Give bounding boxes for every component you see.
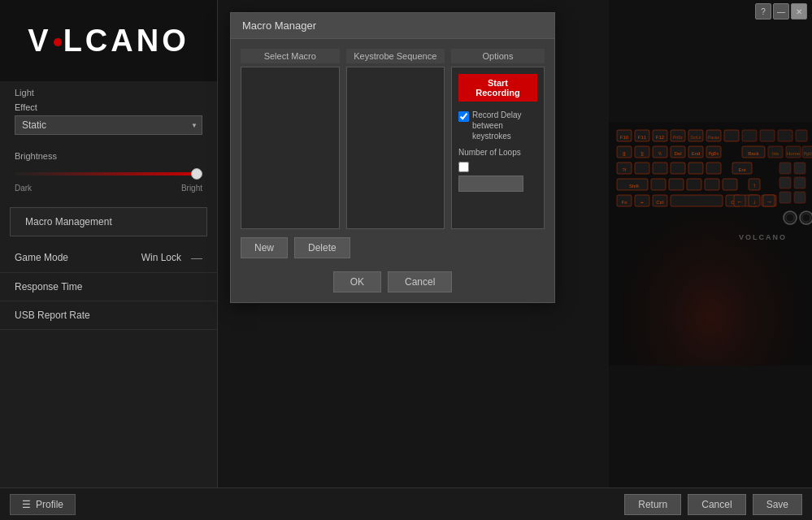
win-lock-label: Win Lock bbox=[141, 252, 181, 263]
ok-button[interactable]: OK bbox=[333, 271, 381, 292]
dark-label: Dark bbox=[15, 184, 32, 193]
options-body: Start Recording Record Delay between key… bbox=[451, 67, 545, 229]
brightness-section: Brightness Dark Bright bbox=[0, 148, 217, 201]
options-header: Options bbox=[451, 49, 545, 63]
slider-labels: Dark Bright bbox=[15, 184, 202, 193]
dialog-action-row: New Delete bbox=[241, 237, 545, 258]
sidebar: VLCANO Light Effect Static Breathing Wav… bbox=[0, 0, 218, 488]
loops-label: Number of Loops bbox=[458, 148, 537, 157]
dialog-overlay: Macro Manager Select Macro Keystrobe Seq… bbox=[218, 0, 609, 488]
logo-dot bbox=[54, 38, 62, 46]
bright-label: Bright bbox=[181, 184, 202, 193]
logo: VLCANO bbox=[28, 24, 189, 58]
options-panel: Options Start Recording Record Delay bet… bbox=[451, 49, 545, 229]
logo-area: VLCANO bbox=[0, 0, 217, 81]
record-delay-text: Record Delay between keystrokes bbox=[472, 110, 537, 141]
loops-checkbox[interactable] bbox=[458, 162, 469, 172]
dialog-columns: Select Macro Keystrobe Sequence Options … bbox=[241, 49, 545, 229]
effect-select[interactable]: Static Breathing Wave Reactive Custom bbox=[15, 115, 202, 135]
brightness-slider-container bbox=[15, 166, 202, 182]
light-label: Light bbox=[15, 88, 202, 98]
help-button[interactable]: ? bbox=[755, 3, 771, 20]
profile-button[interactable]: ☰ Profile bbox=[10, 494, 76, 515]
brightness-thumb[interactable] bbox=[191, 168, 202, 180]
macro-management-item[interactable]: Macro Management bbox=[10, 207, 207, 236]
response-time-item[interactable]: Response Time bbox=[0, 273, 217, 301]
bottom-right-buttons: Return Cancel Save bbox=[624, 494, 802, 515]
select-macro-list[interactable] bbox=[241, 67, 340, 229]
svg-text:VOLCANO: VOLCANO bbox=[739, 233, 787, 241]
dash-icon[interactable]: — bbox=[191, 251, 202, 264]
macro-manager-dialog: Macro Manager Select Macro Keystrobe Seq… bbox=[230, 12, 555, 303]
keystroke-sequence-header: Keystrobe Sequence bbox=[346, 49, 445, 63]
game-mode-right: Win Lock — bbox=[141, 251, 202, 264]
loops-section: Number of Loops bbox=[458, 148, 537, 192]
dialog-body: Select Macro Keystrobe Sequence Options … bbox=[231, 39, 554, 302]
keyboard-svg: F10 F11 F12 PrtSc ScrLk Pause [[ ]] \\ D… bbox=[609, 0, 812, 488]
title-bar: ? — ✕ bbox=[750, 0, 812, 23]
loops-input[interactable] bbox=[458, 176, 523, 192]
save-button[interactable]: Save bbox=[753, 494, 802, 515]
game-mode-label: Game Mode bbox=[15, 252, 68, 263]
record-delay-checkbox[interactable] bbox=[458, 111, 469, 122]
close-button[interactable]: ✕ bbox=[791, 3, 807, 20]
brightness-label: Brightness bbox=[15, 151, 202, 161]
keystroke-sequence-list[interactable] bbox=[346, 67, 445, 229]
keyboard-visual: F10 F11 F12 PrtSc ScrLk Pause [[ ]] \\ D… bbox=[609, 0, 812, 488]
keystroke-sequence-column: Keystrobe Sequence bbox=[346, 49, 445, 229]
effect-select-wrapper: Static Breathing Wave Reactive Custom bbox=[15, 115, 202, 135]
record-delay-row: Record Delay between keystrokes bbox=[458, 110, 537, 141]
svg-rect-83 bbox=[609, 122, 812, 366]
cancel-button[interactable]: Cancel bbox=[688, 494, 745, 515]
effect-label: Effect bbox=[15, 102, 202, 112]
profile-label: Profile bbox=[36, 499, 63, 510]
start-recording-button[interactable]: Start Recording bbox=[458, 74, 537, 102]
brightness-track bbox=[15, 172, 202, 176]
game-mode-row: Game Mode Win Lock — bbox=[0, 243, 217, 273]
loops-checkbox-row bbox=[458, 160, 537, 172]
dialog-title: Macro Manager bbox=[231, 13, 554, 39]
keyboard-area: F10 F11 F12 PrtSc ScrLk Pause [[ ]] \\ D… bbox=[609, 0, 812, 488]
delete-button[interactable]: Delete bbox=[294, 237, 350, 258]
minimize-button[interactable]: — bbox=[773, 3, 789, 20]
new-button[interactable]: New bbox=[241, 237, 288, 258]
cancel-dialog-button[interactable]: Cancel bbox=[388, 271, 452, 292]
dialog-footer: OK Cancel bbox=[241, 266, 545, 292]
light-section: Light Effect Static Breathing Wave React… bbox=[0, 81, 217, 148]
select-macro-column: Select Macro bbox=[241, 49, 340, 229]
bottom-bar: ☰ Profile Return Cancel Save bbox=[0, 488, 812, 520]
usb-report-rate-item[interactable]: USB Report Rate bbox=[0, 301, 217, 330]
profile-icon: ☰ bbox=[22, 499, 31, 510]
return-button[interactable]: Return bbox=[624, 494, 681, 515]
select-macro-header: Select Macro bbox=[241, 49, 340, 63]
